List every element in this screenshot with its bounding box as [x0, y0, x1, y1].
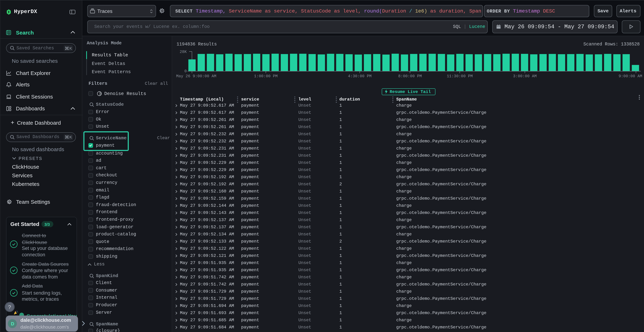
- svg-text:0: 0: [184, 69, 187, 74]
- svg-text:4:30:00 PM: 4:30:00 PM: [348, 74, 372, 78]
- svg-text:May 26 9:00:00 AM: May 26 9:00:00 AM: [176, 74, 216, 78]
- svg-text:3:00:00 AM: 3:00:00 AM: [513, 74, 537, 78]
- svg-text:1:00:00 PM: 1:00:00 PM: [254, 74, 278, 78]
- svg-text:28K: 28K: [180, 50, 187, 54]
- svg-text:11:30:00 PM: 11:30:00 PM: [447, 74, 472, 78]
- svg-text:9:00:00 AM: 9:00:00 AM: [618, 74, 642, 78]
- svg-text:8:00:00 PM: 8:00:00 PM: [398, 74, 422, 78]
